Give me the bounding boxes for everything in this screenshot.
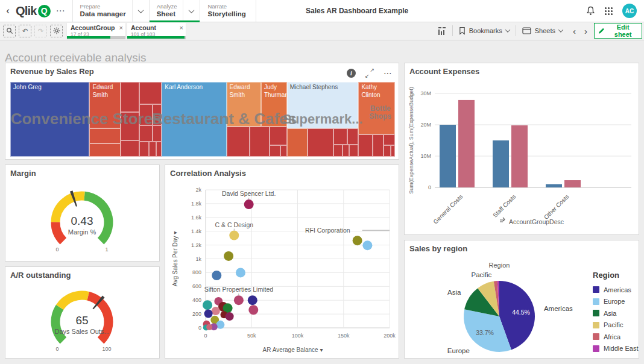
treemap-rect[interactable] bbox=[139, 142, 148, 157]
bar[interactable] bbox=[564, 180, 581, 187]
scatter-chart[interactable]: 02004006008001k1.2k1.4k1.6k1.8k2k050k100… bbox=[165, 165, 399, 358]
treemap-rect[interactable] bbox=[250, 127, 270, 157]
treemap-rect[interactable] bbox=[121, 140, 139, 157]
treemap-rect[interactable] bbox=[153, 125, 162, 142]
legend-item[interactable]: Pacific bbox=[593, 319, 638, 331]
legend-item[interactable]: Middle East bbox=[593, 343, 638, 355]
treemap-rect[interactable] bbox=[358, 134, 373, 157]
treemap-rect[interactable] bbox=[270, 145, 280, 157]
treemap-rect[interactable] bbox=[349, 145, 358, 157]
close-icon[interactable]: × bbox=[180, 25, 183, 31]
scatter-point[interactable] bbox=[204, 310, 213, 318]
scatter-point[interactable] bbox=[224, 251, 233, 261]
step-back-icon[interactable]: ↶ bbox=[19, 25, 31, 37]
treemap-rect[interactable] bbox=[343, 145, 349, 157]
chart-more-icon[interactable]: ⋯ bbox=[384, 68, 393, 78]
bar[interactable] bbox=[546, 184, 562, 187]
selection-chip-account[interactable]: Account 101 of 103 × bbox=[127, 23, 186, 39]
legend-item[interactable]: Africa bbox=[593, 331, 638, 343]
fullscreen-icon[interactable]: ↗ ↙ bbox=[365, 69, 374, 77]
treemap-rect[interactable] bbox=[384, 145, 391, 157]
treemap-rect[interactable]: Judy Thurman bbox=[261, 82, 287, 127]
treemap-rect[interactable] bbox=[308, 128, 333, 157]
treemap-rect[interactable] bbox=[139, 125, 153, 142]
scatter-point[interactable] bbox=[212, 307, 220, 315]
treemap-rect[interactable] bbox=[121, 82, 139, 112]
scatter-point[interactable] bbox=[244, 199, 254, 209]
step-forward-icon[interactable]: ↷ bbox=[34, 25, 47, 37]
treemap-rect[interactable] bbox=[373, 134, 384, 157]
treemap-rect[interactable] bbox=[270, 127, 287, 145]
qlik-logo-text: Qlik bbox=[16, 4, 37, 18]
treemap-rect[interactable] bbox=[149, 142, 156, 157]
treemap-rect[interactable]: Kathy Clinton bbox=[358, 82, 395, 134]
global-more-icon[interactable]: ⋯ bbox=[56, 5, 65, 16]
app-grid-icon[interactable] bbox=[604, 7, 613, 16]
treemap-rect[interactable] bbox=[287, 128, 308, 157]
treemap-rect[interactable] bbox=[139, 104, 153, 125]
treemap-rect[interactable] bbox=[89, 143, 121, 157]
legend-item[interactable]: Americas bbox=[593, 284, 638, 296]
ar-gauge-chart[interactable]: 010065Days Sales Outs... bbox=[5, 281, 159, 357]
bar[interactable] bbox=[511, 125, 528, 187]
sheets-button[interactable]: Sheets bbox=[516, 25, 569, 36]
next-sheet-icon[interactable]: › bbox=[580, 26, 592, 36]
back-icon[interactable]: ‹ bbox=[0, 5, 16, 17]
treemap-rect[interactable]: Edward Smith bbox=[89, 82, 121, 128]
notifications-bell-icon[interactable] bbox=[586, 6, 595, 16]
insights-icon[interactable] bbox=[432, 25, 452, 36]
treemap-rect[interactable] bbox=[156, 142, 162, 157]
smart-search-icon[interactable] bbox=[3, 25, 16, 37]
treemap-rect[interactable] bbox=[280, 145, 287, 157]
previous-sheet-icon[interactable]: ‹ bbox=[569, 26, 580, 36]
bar-chart[interactable]: 010M20M30MGeneral CostsStaff CostsOther … bbox=[405, 63, 639, 234]
prepare-dropdown[interactable] bbox=[132, 0, 149, 22]
scatter-point[interactable] bbox=[236, 268, 245, 277]
treemap-rect[interactable]: Michael Stephens bbox=[287, 82, 359, 128]
pie-chart[interactable]: 44.5%Americas33.7%EuropeAsiaPacificRegio… bbox=[405, 240, 586, 358]
treemap-rect[interactable] bbox=[139, 82, 162, 104]
selection-chip-accountgroup[interactable]: AccountGroup 17 of 23 × bbox=[67, 23, 125, 39]
treemap-rect[interactable]: Edward Smith bbox=[227, 82, 261, 127]
qlik-logo[interactable]: Qlik Q bbox=[16, 4, 51, 18]
close-icon[interactable]: × bbox=[119, 25, 123, 31]
scatter-point[interactable] bbox=[248, 305, 258, 315]
treemap-rect[interactable] bbox=[333, 145, 343, 157]
scatter-point[interactable] bbox=[203, 300, 212, 310]
treemap-rect[interactable] bbox=[153, 104, 162, 125]
scatter-point[interactable] bbox=[229, 231, 239, 240]
bar[interactable] bbox=[440, 125, 456, 187]
treemap-rect[interactable] bbox=[347, 128, 359, 145]
treemap-rect[interactable] bbox=[89, 128, 121, 143]
scatter-point[interactable] bbox=[206, 324, 212, 330]
selections-tool-icon[interactable] bbox=[50, 25, 63, 37]
bar[interactable] bbox=[458, 100, 475, 187]
user-avatar[interactable]: AC bbox=[622, 4, 637, 18]
margin-gauge-chart[interactable]: 010.43Margin % bbox=[5, 182, 159, 260]
treemap-chart[interactable]: John GregEdward SmithKarl AndersonEdward… bbox=[10, 82, 395, 157]
tab-prepare[interactable]: Prepare Data manager bbox=[73, 0, 150, 22]
treemap-rect[interactable] bbox=[391, 145, 395, 157]
treemap-rect[interactable] bbox=[384, 134, 395, 146]
legend-item[interactable]: Asia bbox=[593, 307, 638, 319]
edit-sheet-button[interactable]: Edit sheet bbox=[594, 23, 642, 39]
treemap-rect[interactable]: Karl Anderson bbox=[162, 82, 226, 157]
scatter-point[interactable] bbox=[362, 240, 372, 250]
scatter-point[interactable] bbox=[248, 295, 257, 305]
scatter-point[interactable] bbox=[234, 295, 244, 305]
scatter-point[interactable] bbox=[353, 236, 362, 245]
treemap-rect[interactable]: John Greg bbox=[10, 82, 89, 157]
treemap-rect[interactable] bbox=[121, 112, 139, 140]
bookmarks-button[interactable]: Bookmarks bbox=[452, 25, 516, 36]
tab-narrate[interactable]: Narrate Storytelling bbox=[200, 0, 256, 22]
info-icon[interactable]: i bbox=[347, 69, 356, 78]
legend-item[interactable]: Europe bbox=[593, 296, 638, 308]
treemap-rect[interactable] bbox=[227, 127, 250, 157]
scatter-point[interactable] bbox=[212, 271, 221, 280]
scatter-point[interactable] bbox=[226, 312, 234, 321]
treemap-rect[interactable] bbox=[333, 128, 347, 145]
analyze-dropdown[interactable] bbox=[183, 0, 200, 22]
bar[interactable] bbox=[493, 140, 509, 187]
tab-analyze[interactable]: Analyze Sheet bbox=[150, 0, 201, 22]
svg-text:Sum(ExpenseActual), Sum(Expens: Sum(ExpenseActual), Sum(ExpenseBudget) bbox=[408, 87, 414, 194]
